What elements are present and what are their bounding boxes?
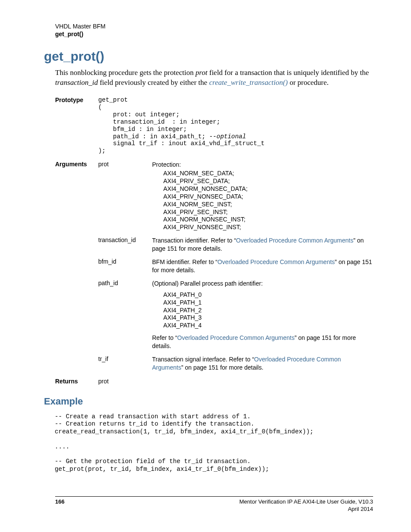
link-overloaded-procedure-common-arguments[interactable]: Overloaded Procedure Common Arguments: [236, 237, 353, 244]
argdesc-path-id-items: AXI4_PATH_0 AXI4_PATH_1 AXI4_PATH_2 AXI4…: [163, 291, 373, 330]
argument-row-tr-if: tr_if Transaction signal interface. Refe…: [55, 355, 373, 372]
intro-em-transaction-id: transaction_id: [55, 78, 98, 87]
argdesc-transaction-id: Transaction identifier. Refer to “Overlo…: [152, 236, 373, 253]
example-code-block: -- Create a read transaction with start …: [55, 413, 373, 473]
argname-prot: prot: [98, 161, 152, 231]
argdesc-prot: Protection: AXI4_NORM_SEC_DATA; AXI4_PRI…: [152, 161, 373, 231]
example-heading: Example: [44, 396, 373, 407]
label-arguments: Arguments: [55, 161, 98, 231]
label-returns: Returns: [55, 378, 98, 385]
argdesc-path-id: (Optional) Parallel process path identif…: [152, 280, 373, 350]
argname-path-id: path_id: [98, 280, 152, 350]
intro-paragraph: This nonblocking procedure gets the prot…: [55, 68, 373, 88]
label-prototype: Prototype: [55, 96, 98, 155]
footer-doc-title: Mentor Verification IP AE AXI4-Lite User…: [240, 498, 373, 506]
prototype-row: Prototype get_prot ( prot: out integer; …: [55, 96, 373, 155]
argdesc-pre: Transaction identifier. Refer to “: [152, 237, 236, 244]
intro-text: This nonblocking procedure gets the prot…: [55, 68, 196, 77]
returns-value: prot: [98, 378, 152, 385]
page-title: get_prot(): [44, 49, 373, 64]
argdesc-prot-head: Protection:: [152, 161, 373, 169]
argdesc-pre: Transaction signal interface. Refer to “: [152, 356, 254, 363]
link-create-write-transaction[interactable]: create_write_transaction(): [209, 78, 288, 87]
argdesc-path-id-footer: Refer to “Overloaded Procedure Common Ar…: [152, 334, 373, 350]
intro-text: field for a transaction that is uniquely…: [207, 68, 369, 77]
page-header: VHDL Master BFM get_prot(): [55, 22, 373, 38]
argdesc-bfm-id: BFM identifier. Refer to “Overloaded Pro…: [152, 258, 373, 274]
header-chapter: VHDL Master BFM: [55, 22, 373, 30]
returns-row: Returns prot: [55, 378, 373, 385]
link-overloaded-procedure-common-arguments[interactable]: Overloaded Procedure Common Arguments: [218, 258, 335, 265]
prototype-code: get_prot ( prot: out integer; transactio…: [98, 96, 373, 155]
footer-page-number: 166: [55, 498, 65, 513]
argument-row-prot: Arguments prot Protection: AXI4_NORM_SEC…: [55, 161, 373, 231]
page-footer: 166 Mentor Verification IP AE AXI4-Lite …: [55, 496, 373, 513]
argdesc-path-id-head: (Optional) Parallel process path identif…: [152, 280, 373, 288]
footer-date: April 2014: [240, 506, 373, 513]
argdesc-prot-items: AXI4_NORM_SEC_DATA; AXI4_PRIV_SEC_DATA; …: [163, 170, 373, 231]
argument-row-path-id: path_id (Optional) Parallel process path…: [55, 280, 373, 350]
argdesc-tr-if: Transaction signal interface. Refer to “…: [152, 355, 373, 372]
argdesc-pre: BFM identifier. Refer to “: [152, 258, 218, 265]
argument-row-bfm-id: bfm_id BFM identifier. Refer to “Overloa…: [55, 258, 373, 274]
intro-text: field previously created by either the: [98, 78, 209, 87]
header-section: get_prot(): [55, 30, 373, 38]
argname-tr-if: tr_if: [98, 355, 152, 372]
argdesc-pre: Refer to “: [152, 334, 177, 341]
link-overloaded-procedure-common-arguments[interactable]: Overloaded Procedure Common Arguments: [177, 334, 294, 341]
footer-right: Mentor Verification IP AE AXI4-Lite User…: [240, 498, 373, 513]
code-comment: --optional: [209, 133, 246, 140]
code-part1: get_prot ( prot: out integer; transactio…: [98, 96, 220, 140]
intro-em-prot: prot: [196, 68, 208, 77]
argname-bfm-id: bfm_id: [98, 258, 152, 274]
intro-text: or procedure.: [288, 78, 329, 87]
argdesc-post: ” on page 151 for more details.: [181, 364, 264, 371]
prototype-body: get_prot ( prot: out integer; transactio…: [98, 96, 373, 155]
argname-transaction-id: transaction_id: [98, 236, 152, 253]
argument-row-transaction-id: transaction_id Transaction identifier. R…: [55, 236, 373, 253]
code-part2: signal tr_if : inout axi4_vhd_if_struct_…: [98, 140, 265, 154]
